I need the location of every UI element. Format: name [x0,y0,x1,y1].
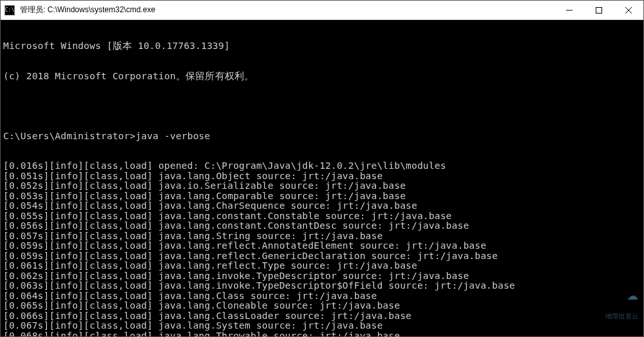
log-line: [0.057s][info][class,load] java.lang.Str… [3,231,641,242]
log-line: [0.067s][info][class,load] java.lang.Sys… [3,321,641,331]
log-line: [0.051s][info][class,load] java.lang.Obj… [3,171,641,182]
log-line: [0.065s][info][class,load] java.lang.Clo… [3,301,641,311]
close-icon [625,7,632,14]
svg-rect-1 [596,7,602,13]
minimize-icon [566,7,573,14]
window-title: 管理员: C:\Windows\system32\cmd.exe [19,5,554,15]
log-line: [0.063s][info][class,load] java.lang.inv… [3,281,641,291]
maximize-button[interactable] [584,1,614,19]
log-line: [0.016s][info][class,load] opened: C:\Pr… [3,161,641,171]
log-line: [0.064s][info][class,load] java.lang.Cla… [3,291,641,302]
log-line: [0.068s][info][class,load] java.lang.Thr… [3,331,641,337]
banner-line: Microsoft Windows [版本 10.0.17763.1339] [3,41,641,52]
blank-line [3,101,641,111]
banner-line: (c) 2018 Microsoft Corporation。保留所有权利。 [3,72,641,82]
prompt: C:\Users\Administrator> [3,131,135,141]
log-line: [0.055s][info][class,load] java.lang.con… [3,211,641,222]
terminal-output[interactable]: Microsoft Windows [版本 10.0.17763.1339] (… [1,20,643,336]
log-line: [0.052s][info][class,load] java.io.Seria… [3,181,641,191]
maximize-icon [596,7,602,14]
cmd-icon: C:\ [5,5,15,15]
log-line: [0.062s][info][class,load] java.lang.inv… [3,271,641,282]
close-button[interactable] [614,1,643,19]
cmd-icon-label: C:\ [5,8,14,13]
log-line: [0.066s][info][class,load] java.lang.Cla… [3,311,641,322]
cmd-window: C:\ 管理员: C:\Windows\system32\cmd.exe Mic… [0,0,644,337]
log-line: [0.061s][info][class,load] java.lang.ref… [3,261,641,271]
titlebar[interactable]: C:\ 管理员: C:\Windows\system32\cmd.exe [1,1,643,20]
window-controls [554,1,643,19]
log-line: [0.059s][info][class,load] java.lang.ref… [3,251,641,262]
log-line: [0.056s][info][class,load] java.lang.con… [3,221,641,231]
command-text: java -verbose [135,131,210,141]
log-line: [0.054s][info][class,load] java.lang.Cha… [3,201,641,211]
prompt-line: C:\Users\Administrator>java -verbose [3,131,641,142]
log-line: [0.059s][info][class,load] java.lang.ref… [3,241,641,251]
log-line: [0.053s][info][class,load] java.lang.Com… [3,191,641,202]
minimize-button[interactable] [554,1,584,19]
log-lines-container: [0.016s][info][class,load] opened: C:\Pr… [3,161,641,336]
